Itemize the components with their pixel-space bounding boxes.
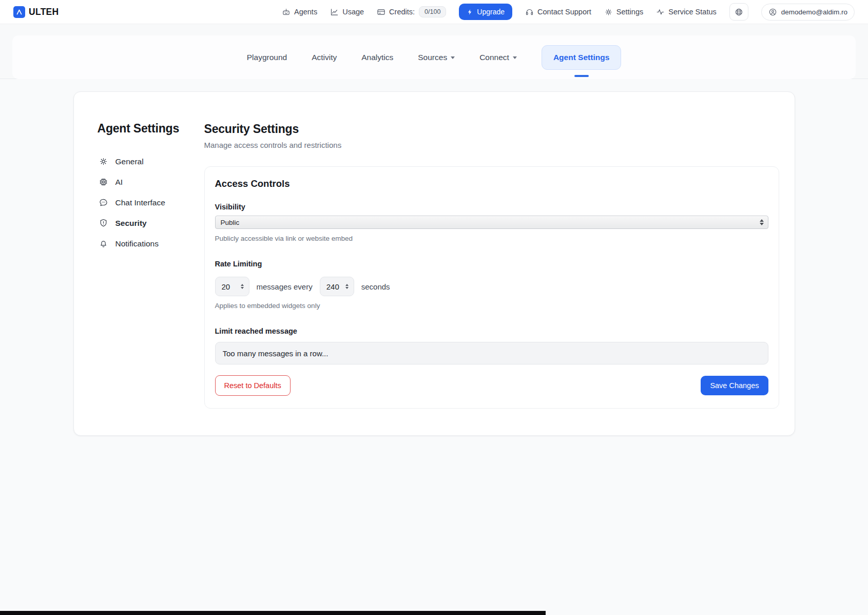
nav-contact-support[interactable]: Contact Support bbox=[525, 8, 591, 16]
tab-activity[interactable]: Activity bbox=[312, 53, 337, 62]
limit-message-label: Limit reached message bbox=[215, 327, 768, 335]
caret-down-icon bbox=[451, 56, 455, 59]
agent-tabs: Playground Activity Analytics Sources Co… bbox=[247, 45, 622, 70]
page-subtitle: Manage access controls and restrictions bbox=[204, 141, 779, 149]
limit-message-input[interactable] bbox=[215, 342, 768, 364]
sidebar-item-general[interactable]: General bbox=[98, 152, 204, 171]
sidebar-item-label: Notifications bbox=[115, 239, 159, 248]
stepper-arrows-icon[interactable] bbox=[241, 284, 244, 289]
bell-icon bbox=[99, 239, 108, 248]
gear-icon bbox=[99, 157, 108, 166]
tab-sources-label: Sources bbox=[418, 53, 447, 62]
nav-usage-label: Usage bbox=[342, 8, 364, 16]
nav-agents[interactable]: Agents bbox=[282, 8, 317, 16]
visibility-select[interactable]: Public bbox=[215, 216, 768, 229]
settings-sidebar: Agent Settings General AI Chat Interface… bbox=[98, 122, 204, 409]
gear-icon bbox=[604, 8, 613, 16]
sidebar-item-label: Security bbox=[115, 219, 147, 228]
chip-icon bbox=[99, 177, 108, 187]
headset-icon bbox=[525, 8, 534, 16]
active-tab-indicator bbox=[574, 75, 589, 77]
panel-title: Access Controls bbox=[215, 178, 768, 189]
user-icon bbox=[768, 8, 777, 16]
limit-message-field: Limit reached message bbox=[215, 327, 768, 364]
tab-playground-label: Playground bbox=[247, 53, 287, 62]
nav-settings[interactable]: Settings bbox=[604, 8, 643, 16]
brand-name: ULTEH bbox=[29, 7, 59, 17]
nav-contact-support-label: Contact Support bbox=[537, 8, 591, 16]
brand[interactable]: ULTEH bbox=[13, 6, 59, 18]
messages-input[interactable] bbox=[222, 282, 238, 291]
globe-icon bbox=[735, 8, 743, 16]
seconds-input[interactable] bbox=[326, 282, 343, 291]
sidebar-item-security[interactable]: Security bbox=[98, 214, 204, 233]
rate-limiting-row: messages every seconds bbox=[215, 277, 768, 296]
visibility-help-text: Publicly accessible via link or website … bbox=[215, 235, 768, 242]
rate-middle-text: messages every bbox=[257, 282, 313, 291]
agent-tab-band: Playground Activity Analytics Sources Co… bbox=[0, 24, 868, 79]
tab-activity-label: Activity bbox=[312, 53, 337, 62]
nav-credits[interactable]: Credits: 0/100 bbox=[377, 6, 446, 17]
stepper-arrows-icon[interactable] bbox=[345, 284, 349, 289]
settings-card: Agent Settings General AI Chat Interface… bbox=[73, 91, 795, 436]
sidebar-item-ai[interactable]: AI bbox=[98, 172, 204, 191]
access-controls-panel: Access Controls Visibility Public Public… bbox=[204, 166, 779, 409]
sidebar-title: Agent Settings bbox=[98, 122, 204, 136]
agent-tab-panel: Playground Activity Analytics Sources Co… bbox=[12, 35, 856, 79]
nav-settings-label: Settings bbox=[616, 8, 643, 16]
tab-playground[interactable]: Playground bbox=[247, 53, 287, 62]
reset-defaults-button[interactable]: Reset to Defaults bbox=[215, 375, 291, 396]
seconds-stepper[interactable] bbox=[320, 277, 354, 296]
messages-stepper[interactable] bbox=[215, 277, 249, 296]
user-menu[interactable]: demodemo@aldim.ro bbox=[761, 4, 855, 21]
visibility-selected-value: Public bbox=[221, 219, 240, 226]
tab-agent-settings[interactable]: Agent Settings bbox=[542, 45, 621, 70]
caret-down-icon bbox=[513, 56, 517, 59]
sidebar-item-label: Chat Interface bbox=[115, 198, 165, 207]
user-email: demodemo@aldim.ro bbox=[781, 8, 847, 16]
visibility-label: Visibility bbox=[215, 203, 768, 211]
rate-help-text: Applies to embedded widgets only bbox=[215, 302, 768, 310]
upgrade-button[interactable]: Upgrade bbox=[459, 4, 512, 20]
logo-icon bbox=[13, 6, 25, 18]
rate-limiting-field: Rate Limiting messages every bbox=[215, 260, 768, 310]
tab-sources[interactable]: Sources bbox=[418, 53, 455, 62]
nav-service-status-label: Service Status bbox=[668, 8, 717, 16]
security-settings-section: Security Settings Manage access controls… bbox=[204, 122, 779, 409]
rate-end-text: seconds bbox=[361, 282, 390, 291]
tab-connect-label: Connect bbox=[479, 53, 509, 62]
visibility-field: Visibility Public Publicly accessible vi… bbox=[215, 203, 768, 242]
tab-analytics[interactable]: Analytics bbox=[361, 53, 393, 62]
rate-limiting-label: Rate Limiting bbox=[215, 260, 768, 268]
page-title: Security Settings bbox=[204, 122, 779, 136]
sidebar-item-label: AI bbox=[115, 178, 123, 187]
lightning-icon bbox=[467, 9, 473, 15]
chat-bubble-icon bbox=[99, 198, 108, 207]
credit-card-icon bbox=[377, 8, 385, 16]
credits-badge: 0/100 bbox=[419, 6, 446, 17]
top-nav: Agents Usage Credits: 0/100 Upgrade bbox=[282, 3, 855, 21]
robot-icon bbox=[282, 8, 291, 16]
top-navbar: ULTEH Agents Usage Credits: 0/100 bbox=[0, 0, 868, 24]
bottom-bar bbox=[0, 611, 546, 615]
nav-agents-label: Agents bbox=[294, 8, 317, 16]
tab-analytics-label: Analytics bbox=[361, 53, 393, 62]
tab-agent-settings-label: Agent Settings bbox=[553, 53, 609, 62]
sidebar-item-label: General bbox=[115, 157, 144, 166]
nav-service-status[interactable]: Service Status bbox=[656, 8, 717, 16]
tab-connect[interactable]: Connect bbox=[479, 53, 517, 62]
panel-actions: Reset to Defaults Save Changes bbox=[215, 375, 768, 396]
upgrade-label: Upgrade bbox=[477, 8, 505, 16]
save-changes-button[interactable]: Save Changes bbox=[701, 376, 768, 395]
nav-usage[interactable]: Usage bbox=[330, 8, 364, 16]
pulse-icon bbox=[656, 8, 665, 16]
shield-icon bbox=[99, 218, 108, 228]
sidebar-item-notifications[interactable]: Notifications bbox=[98, 234, 204, 253]
sidebar-item-chat-interface[interactable]: Chat Interface bbox=[98, 193, 204, 212]
nav-credits-label: Credits: bbox=[389, 8, 415, 16]
select-spinner-icon bbox=[760, 219, 764, 225]
line-chart-icon bbox=[330, 8, 339, 16]
language-button[interactable] bbox=[729, 3, 748, 21]
